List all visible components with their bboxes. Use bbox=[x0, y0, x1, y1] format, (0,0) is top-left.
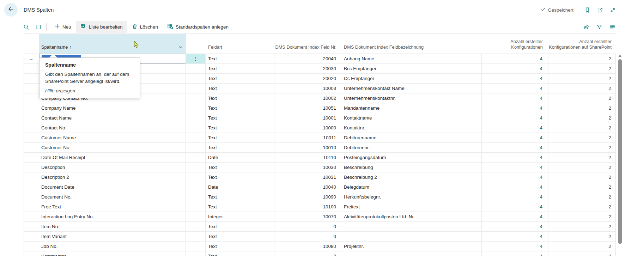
cell-feldnr[interactable]: 10070 bbox=[274, 212, 339, 221]
cell-feldnr[interactable]: 10100 bbox=[274, 202, 339, 212]
cell-spaltenname[interactable]: Interaction Log Entry No. bbox=[39, 212, 186, 221]
cell-feldnr[interactable]: 0 bbox=[274, 232, 339, 241]
cell-feldnr[interactable]: 10051 bbox=[274, 103, 339, 113]
table-row[interactable]: Job No. Text 10080 Projektnr. 4 2 bbox=[24, 242, 616, 251]
cell-konfigurationen-link[interactable]: 4 bbox=[482, 103, 548, 113]
cell-feldnr[interactable]: 10080 bbox=[274, 242, 339, 251]
open-in-window-icon[interactable] bbox=[594, 5, 606, 15]
cell-konfigurationen-link[interactable]: 4 bbox=[482, 54, 548, 63]
cell-konfigurationen-link[interactable]: 4 bbox=[482, 143, 548, 152]
cell-feldart[interactable]: Text bbox=[206, 64, 274, 73]
cell-feldart[interactable]: Text bbox=[206, 163, 274, 172]
cell-feldbezeichnung[interactable] bbox=[339, 222, 482, 231]
cell-konfigurationen-sharepoint-link[interactable]: 2 bbox=[548, 103, 616, 113]
cell-konfigurationen-link[interactable]: 4 bbox=[482, 74, 548, 83]
cell-feldbezeichnung[interactable] bbox=[339, 232, 482, 241]
cell-feldbezeichnung[interactable]: Mandantenname bbox=[339, 103, 482, 113]
cell-feldnr[interactable]: 10090 bbox=[274, 192, 339, 202]
cell-feldart[interactable]: Date bbox=[206, 182, 274, 192]
cell-feldbezeichnung[interactable]: Beschreibung 2 bbox=[339, 172, 482, 182]
cell-feldbezeichnung[interactable]: Anhang Name bbox=[339, 54, 482, 63]
cell-konfigurationen-link[interactable]: 4 bbox=[482, 212, 548, 221]
cell-spaltenname[interactable]: Contact Name bbox=[39, 113, 186, 123]
table-row[interactable]: Contact No. Text 10000 Kontaktnr. 4 2 bbox=[24, 123, 616, 133]
cell-feldnr[interactable]: 10110 bbox=[274, 153, 339, 162]
cell-feldart[interactable]: Text bbox=[206, 84, 274, 93]
cell-feldbezeichnung[interactable]: Projektnr. bbox=[339, 242, 482, 251]
cell-konfigurationen-link[interactable]: 4 bbox=[482, 153, 548, 162]
choose-columns-icon[interactable] bbox=[606, 22, 618, 32]
cell-feldnr[interactable]: 10003 bbox=[274, 84, 339, 93]
table-row[interactable]: Free Text Text 10100 Freitext 4 2 bbox=[24, 202, 616, 212]
cell-feldart[interactable]: Text bbox=[206, 202, 274, 212]
cell-konfigurationen-sharepoint-link[interactable]: 2 bbox=[548, 163, 616, 172]
cell-konfigurationen-link[interactable]: 4 bbox=[482, 113, 548, 123]
create-default-columns-button[interactable]: Standardspalten anlegen bbox=[163, 21, 233, 33]
cell-konfigurationen-sharepoint-link[interactable]: 2 bbox=[548, 113, 616, 123]
cell-feldnr[interactable]: 10030 bbox=[274, 163, 339, 172]
cell-feldart[interactable]: Text bbox=[206, 242, 274, 251]
cell-feldart[interactable]: Text bbox=[206, 103, 274, 113]
cell-konfigurationen-sharepoint-link[interactable]: 2 bbox=[548, 192, 616, 202]
chevron-down-icon[interactable] bbox=[178, 44, 183, 50]
cell-feldbezeichnung[interactable]: Belegdatum bbox=[339, 182, 482, 192]
cell-feldart[interactable]: Text bbox=[206, 133, 274, 142]
cell-feldbezeichnung[interactable]: Cc Empfänger bbox=[339, 74, 482, 83]
cell-spaltenname[interactable]: Document Date bbox=[39, 182, 186, 192]
cell-konfigurationen-link[interactable]: 4 bbox=[482, 192, 548, 202]
new-button[interactable]: Neu bbox=[50, 21, 76, 33]
analyze-icon[interactable] bbox=[32, 22, 44, 32]
cell-konfigurationen-link[interactable]: 4 bbox=[482, 202, 548, 212]
cell-spaltenname[interactable]: Customer No. bbox=[39, 143, 186, 152]
cell-konfigurationen-sharepoint-link[interactable]: 2 bbox=[548, 123, 616, 133]
table-row[interactable]: Kommentar Text 0 4 2 bbox=[24, 251, 616, 256]
cell-feldart[interactable]: Text bbox=[206, 113, 274, 123]
back-button[interactable] bbox=[4, 3, 18, 17]
cell-konfigurationen-link[interactable]: 4 bbox=[482, 123, 548, 133]
cell-feldbezeichnung[interactable]: Herkunftsbelegnr. bbox=[339, 192, 482, 202]
cell-konfigurationen-link[interactable]: 4 bbox=[482, 84, 548, 93]
cell-feldbezeichnung[interactable]: Kontaktname bbox=[339, 113, 482, 123]
cell-konfigurationen-sharepoint-link[interactable]: 2 bbox=[548, 143, 616, 152]
cell-feldnr[interactable]: 20040 bbox=[274, 54, 339, 63]
cell-feldart[interactable]: Text bbox=[206, 123, 274, 133]
scrollbar-thumb[interactable] bbox=[618, 59, 622, 244]
bookmark-icon[interactable] bbox=[582, 5, 593, 15]
header-konfigurationen[interactable]: Anzahl erstellterKonfigurationen bbox=[482, 34, 548, 54]
cell-feldart[interactable]: Text bbox=[206, 251, 274, 256]
cell-feldnr[interactable]: 10040 bbox=[274, 182, 339, 192]
header-feldart[interactable]: Feldart bbox=[206, 34, 274, 54]
cell-konfigurationen-sharepoint-link[interactable]: 2 bbox=[548, 222, 616, 231]
header-feldnr[interactable]: DMS Dokument Index Feld Nr. bbox=[274, 34, 339, 54]
cell-konfigurationen-sharepoint-link[interactable]: 2 bbox=[548, 172, 616, 182]
cell-konfigurationen-link[interactable]: 4 bbox=[482, 182, 548, 192]
row-menu-icon[interactable]: ⋮ bbox=[186, 54, 206, 63]
cell-feldart[interactable]: Integer bbox=[206, 212, 274, 221]
cell-feldbezeichnung[interactable]: Bcc Empfänger bbox=[339, 64, 482, 73]
cell-feldart[interactable]: Text bbox=[206, 172, 274, 182]
cell-konfigurationen-link[interactable]: 4 bbox=[482, 93, 548, 103]
cell-spaltenname[interactable]: Customer Name bbox=[39, 133, 186, 142]
cell-feldnr[interactable]: 10001 bbox=[274, 113, 339, 123]
header-feldbezeichnung[interactable]: DMS Dokument Index Feldbezeichnung bbox=[339, 34, 482, 54]
cell-feldnr[interactable]: 0 bbox=[274, 251, 339, 256]
cell-feldnr[interactable]: 10031 bbox=[274, 172, 339, 182]
table-row[interactable]: Item No. Text 0 4 2 bbox=[24, 222, 616, 232]
cell-spaltenname[interactable]: Kommentar bbox=[39, 251, 186, 256]
cell-konfigurationen-link[interactable]: 4 bbox=[482, 232, 548, 241]
cell-feldnr[interactable]: 20030 bbox=[274, 64, 339, 73]
cell-konfigurationen-sharepoint-link[interactable]: 2 bbox=[548, 232, 616, 241]
cell-spaltenname[interactable]: Company Name bbox=[39, 103, 186, 113]
cell-feldart[interactable]: Text bbox=[206, 192, 274, 202]
cell-konfigurationen-sharepoint-link[interactable]: 2 bbox=[548, 64, 616, 73]
share-icon[interactable] bbox=[580, 22, 592, 32]
table-row[interactable]: Interaction Log Entry No. Integer 10070 … bbox=[24, 212, 616, 222]
cell-konfigurationen-link[interactable]: 4 bbox=[482, 163, 548, 172]
cell-konfigurationen-sharepoint-link[interactable]: 2 bbox=[548, 242, 616, 251]
cell-feldnr[interactable]: 10000 bbox=[274, 123, 339, 133]
cell-feldart[interactable]: Text bbox=[206, 54, 274, 63]
header-spaltenname[interactable]: Spaltenname ↑ bbox=[39, 34, 186, 54]
cell-konfigurationen-sharepoint-link[interactable]: 2 bbox=[548, 74, 616, 83]
cell-spaltenname[interactable]: Description 2 bbox=[39, 172, 186, 182]
cell-feldbezeichnung[interactable]: Beschreibung bbox=[339, 163, 482, 172]
